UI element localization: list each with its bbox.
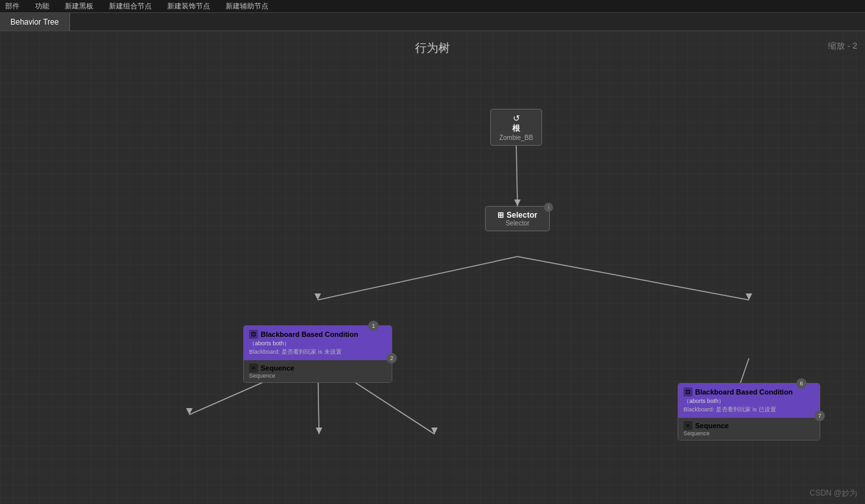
svg-marker-8 — [314, 293, 321, 300]
svg-line-2 — [517, 257, 749, 300]
composite-left-title-text: Blackboard Based Condition — [261, 330, 358, 338]
svg-marker-9 — [746, 293, 752, 300]
composite-left-seq-label: Sequence — [261, 364, 294, 372]
top-menu-bar: 部件 功能 新建黑板 新建组合节点 新建装饰节点 新建辅助节点 — [0, 0, 865, 13]
composite-right-top: ⊡ Blackboard Based Condition （aborts bot… — [678, 384, 820, 418]
selector-icon: ⊞ — [497, 211, 504, 220]
watermark: CSDN @妙为 — [809, 488, 857, 499]
root-node[interactable]: ↺ 根 Zombie_BB — [490, 109, 542, 146]
composite-left-aborts: （aborts both） — [249, 339, 386, 348]
composite-right-bottom: ≡ Sequence Sequence — [678, 418, 820, 440]
composite-right-cond-title: ⊡ Blackboard Based Condition — [683, 387, 814, 396]
composite-right-badge1: 6 — [796, 378, 807, 389]
canvas-title: 行为树 — [415, 40, 450, 56]
root-subtitle: Zombie_BB — [496, 134, 536, 141]
svg-marker-7 — [514, 200, 521, 206]
svg-line-1 — [318, 257, 517, 300]
menu-item-new-service[interactable]: 新建辅助节点 — [223, 1, 271, 11]
composite-left-seq-icon: ≡ — [249, 363, 258, 372]
selector-subtitle: Selector — [491, 220, 544, 227]
composite-left-detail: Blackboard: 是否看到玩家 is 未设置 — [249, 348, 386, 356]
canvas-area[interactable]: 行为树 缩放 - 2 ↺ — [0, 31, 865, 504]
composite-left-bottom: ≡ Sequence Sequence — [244, 360, 392, 382]
composite-right-seq-label: Sequence — [695, 422, 729, 430]
composite-right-icon: ⊡ — [683, 387, 693, 396]
selector-node[interactable]: ⊞ Selector Selector i — [485, 206, 550, 231]
composite-left-node[interactable]: ⊡ Blackboard Based Condition （aborts bot… — [243, 325, 392, 383]
selector-title: ⊞ Selector — [491, 211, 544, 220]
selector-label: Selector — [506, 211, 537, 220]
behavior-tree-tab[interactable]: Behavior Tree — [0, 13, 70, 30]
composite-right-node[interactable]: ⊡ Blackboard Based Condition （aborts bot… — [678, 383, 820, 441]
composite-left-badge2: 2 — [386, 353, 397, 363]
composite-right-seq-title: ≡ Sequence — [683, 421, 814, 430]
composite-left-cond-title: ⊡ Blackboard Based Condition — [249, 330, 386, 339]
svg-marker-12 — [431, 428, 438, 434]
menu-item-functions[interactable]: 功能 — [32, 1, 52, 11]
svg-marker-10 — [186, 408, 193, 415]
tab-bar: Behavior Tree — [0, 13, 865, 31]
selector-info-badge: i — [544, 203, 553, 212]
composite-left-seq-sub: Sequence — [249, 372, 386, 379]
menu-item-new-composite[interactable]: 新建组合节点 — [106, 1, 154, 11]
root-title: 根 — [496, 123, 536, 134]
zoom-level: 缩放 - 2 — [828, 40, 857, 52]
composite-left-seq-title: ≡ Sequence — [249, 363, 386, 372]
composite-right-aborts: （aborts both） — [683, 397, 814, 406]
composite-right-seq-icon: ≡ — [683, 421, 693, 430]
composite-left-icon: ⊡ — [249, 330, 258, 339]
composite-right-detail: Blackboard: 是否看到玩家 is 已设置 — [683, 406, 814, 414]
composite-left-top: ⊡ Blackboard Based Condition （aborts bot… — [244, 326, 392, 360]
menu-item-new-decorator[interactable]: 新建装饰节点 — [165, 1, 213, 11]
root-icon: ↺ — [496, 113, 536, 123]
composite-right-badge2: 7 — [814, 411, 825, 421]
composite-right-seq-sub: Sequence — [683, 430, 814, 437]
menu-item-new-blackboard[interactable]: 新建黑板 — [62, 1, 96, 11]
composite-left-badge1: 1 — [368, 321, 379, 331]
composite-right-title-text: Blackboard Based Condition — [695, 388, 792, 396]
menu-item-parts[interactable]: 部件 — [3, 1, 22, 11]
svg-line-0 — [516, 140, 517, 206]
svg-marker-11 — [316, 428, 322, 434]
